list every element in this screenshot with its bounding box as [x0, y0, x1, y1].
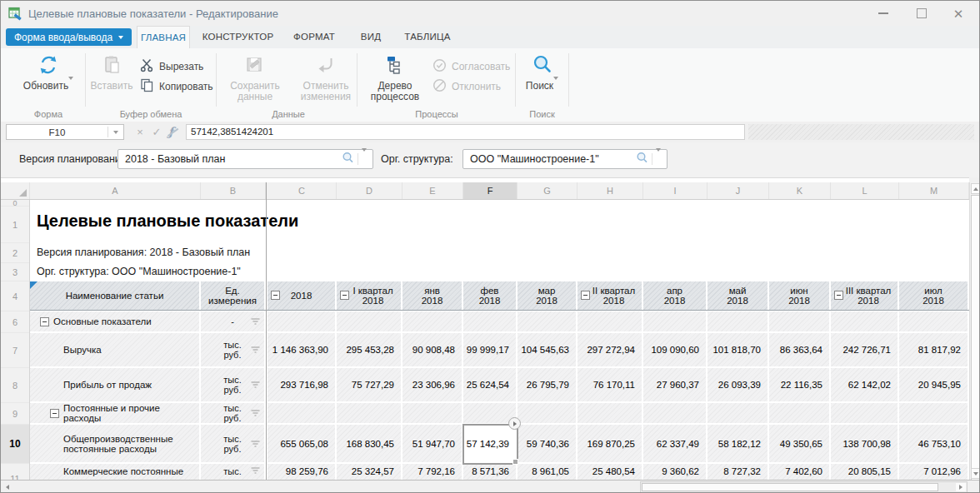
cell[interactable]: 20 945,95 [899, 368, 969, 403]
cell[interactable]: 59 740,36 [518, 425, 578, 464]
header-cell-name[interactable]: Наименование статьи [30, 281, 201, 311]
header-cell-period[interactable]: 2018 [268, 281, 337, 311]
header-cell-period[interactable]: июн 2018 [769, 281, 831, 311]
header-cell-period[interactable]: янв 2018 [402, 281, 463, 311]
cell[interactable]: 7 402,60 [769, 464, 831, 480]
cell[interactable]: 297 272,94 [578, 333, 643, 368]
minus-box-icon[interactable] [40, 317, 49, 326]
cell[interactable]: 242 726,71 [831, 333, 899, 368]
header-cell-period[interactable]: мар 2018 [518, 281, 578, 311]
column-header-l[interactable]: L [831, 182, 899, 199]
cell[interactable]: 76 170,11 [578, 368, 643, 403]
cell[interactable]: 98 259,76 [268, 464, 337, 480]
cell[interactable]: 25 324,57 [337, 464, 402, 480]
cell[interactable]: 23 306,96 [402, 368, 463, 403]
cell[interactable]: 62 142,02 [831, 368, 899, 403]
scroll-left-arrow[interactable] [2, 482, 12, 492]
funnel-icon[interactable] [250, 380, 261, 391]
minus-box-icon[interactable] [271, 291, 280, 300]
header-cell-period[interactable]: фев 2018 [463, 281, 518, 311]
org-structure-combo[interactable]: ООО "Машиностроение-1" [462, 149, 668, 169]
cell[interactable] [769, 311, 831, 333]
cell-group-name[interactable]: Основные показатели [30, 311, 201, 333]
confirm-entry-icon[interactable]: ✓ [149, 124, 164, 140]
cell[interactable]: 26 093,39 [708, 368, 769, 403]
row-header-1[interactable]: 1 [1, 207, 29, 243]
undo-changes-button[interactable]: Отменить изменения [292, 52, 360, 102]
scroll-right-arrow[interactable] [956, 483, 966, 491]
chevron-down-icon[interactable] [362, 152, 372, 167]
cell-unit[interactable]: тыс. руб. [201, 368, 266, 403]
cell[interactable] [899, 403, 969, 425]
column-header-f[interactable]: F [463, 182, 518, 199]
cell[interactable]: 49 350,65 [769, 425, 831, 464]
cell[interactable]: 169 870,25 [578, 425, 643, 464]
tab-tablitsa[interactable]: ТАБЛИЦА [398, 26, 457, 48]
refresh-button[interactable]: Обновить [16, 52, 81, 92]
cell-unit[interactable]: - [201, 311, 266, 333]
approve-button[interactable]: Согласовать [432, 58, 510, 75]
column-header-i[interactable]: I [643, 182, 708, 199]
cell[interactable]: 26 795,79 [518, 368, 578, 403]
row-header-10[interactable]: 10 [1, 425, 29, 464]
minus-box-icon[interactable] [50, 409, 59, 418]
cell[interactable]: 655 065,08 [268, 425, 337, 464]
cell-name-box[interactable]: F10 [6, 124, 124, 140]
funnel-icon[interactable] [250, 439, 261, 451]
cell[interactable]: 90 908,48 [402, 333, 463, 368]
chevron-down-icon[interactable] [656, 152, 667, 167]
scroll-up-arrow[interactable] [971, 183, 980, 194]
cell[interactable] [463, 311, 518, 333]
row-header-2[interactable]: 2 [1, 243, 29, 263]
cell[interactable]: 99 999,17 [463, 333, 518, 368]
close-button[interactable]: ✕ [939, 1, 978, 26]
minimize-button[interactable] [864, 1, 902, 26]
cell[interactable] [337, 403, 402, 425]
cell[interactable]: 109 090,60 [643, 333, 708, 368]
cell[interactable]: 295 453,28 [337, 333, 402, 368]
form-io-menu-button[interactable]: Форма ввода/вывода [6, 28, 132, 46]
cell[interactable]: 86 363,64 [769, 333, 831, 368]
cell-unit[interactable]: тыс. [201, 464, 266, 480]
cell[interactable] [578, 403, 643, 425]
header-cell-period[interactable]: II квартал 2018 [578, 281, 643, 311]
row-header-8[interactable]: 8 [1, 368, 29, 403]
cell[interactable]: 51 947,70 [402, 425, 463, 464]
cell[interactable] [899, 311, 969, 333]
tab-format[interactable]: ФОРМАТ [288, 26, 340, 48]
cell[interactable]: 20 805,15 [831, 464, 899, 480]
minus-box-icon[interactable] [340, 291, 349, 300]
cell[interactable] [643, 403, 708, 425]
cell[interactable]: 168 830,45 [337, 425, 402, 464]
funnel-icon[interactable] [250, 316, 261, 328]
column-header-a[interactable]: A [30, 182, 201, 199]
cell[interactable] [268, 311, 337, 333]
column-header-k[interactable]: K [769, 182, 831, 199]
funnel-icon[interactable] [250, 466, 261, 477]
cell[interactable]: 101 818,70 [708, 333, 769, 368]
fill-handle[interactable] [512, 459, 518, 465]
cell[interactable]: 293 716,98 [268, 368, 337, 403]
row-header-0[interactable]: 0 [1, 200, 29, 207]
row-header-3[interactable]: 3 [1, 263, 29, 281]
cell[interactable]: 1 146 363,90 [268, 333, 337, 368]
header-cell-period[interactable]: июл 2018 [899, 281, 969, 311]
formula-icon[interactable]: ƒ [167, 124, 182, 140]
cell[interactable]: 25 480,54 [578, 464, 643, 480]
row-header-9[interactable]: 9 [1, 403, 29, 425]
select-all-corner[interactable] [1, 182, 30, 199]
cell-unit[interactable]: тыс. руб. [201, 403, 266, 425]
cell[interactable]: 81 817,92 [899, 333, 969, 368]
header-cell-period[interactable]: май 2018 [708, 281, 769, 311]
cell[interactable] [268, 403, 337, 425]
cell[interactable]: 27 960,37 [643, 368, 708, 403]
cell[interactable] [402, 311, 463, 333]
cut-button[interactable]: Вырезать [139, 57, 203, 75]
cell[interactable] [708, 311, 769, 333]
cell[interactable] [402, 403, 463, 425]
reject-button[interactable]: Отклонить [432, 78, 501, 95]
cell[interactable]: 8 571,36 [463, 464, 518, 480]
cell-row-name[interactable]: Выручка [30, 333, 201, 368]
copy-button[interactable]: Копировать [139, 77, 213, 95]
funnel-icon[interactable] [250, 345, 261, 356]
